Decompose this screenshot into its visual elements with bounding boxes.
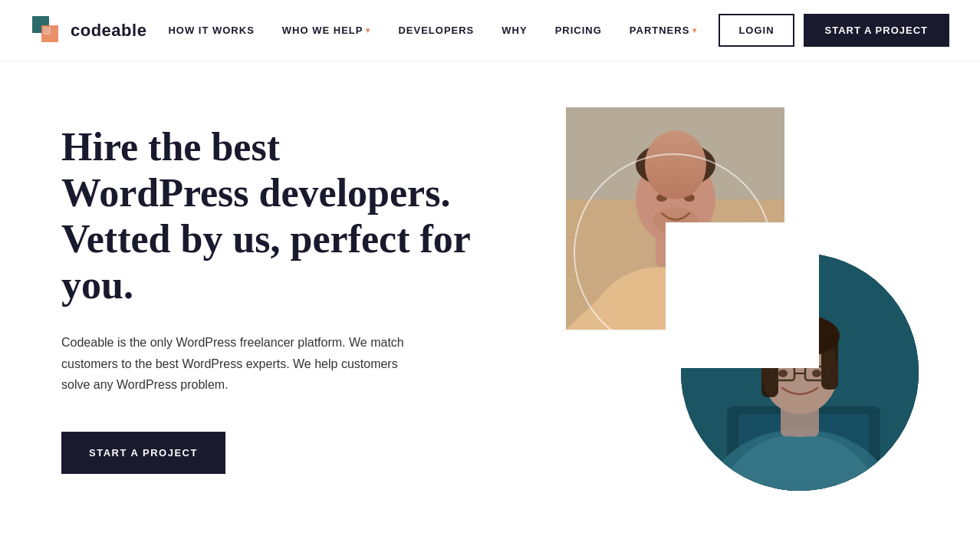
- chevron-down-icon-2: ▾: [692, 26, 697, 35]
- nav-links: HOW IT WORKS WHO WE HELP ▾ DEVELOPERS WH…: [168, 25, 697, 36]
- nav-link-how-it-works[interactable]: HOW IT WORKS: [168, 25, 254, 36]
- hero-section: Hire the best WordPress developers. Vett…: [0, 61, 980, 536]
- nav-item-how-it-works[interactable]: HOW IT WORKS: [168, 25, 254, 36]
- white-rectangle-overlay: [666, 222, 819, 368]
- logo-text: codeable: [71, 21, 146, 41]
- svg-point-25: [778, 370, 788, 377]
- nav-item-partners[interactable]: PARTNERS ▾: [630, 25, 698, 36]
- nav-item-who-we-help[interactable]: WHO WE HELP ▾: [282, 25, 371, 36]
- svg-rect-2: [43, 27, 51, 35]
- decorative-rect-outline: [627, 345, 681, 391]
- hero-subtitle: Codeable is the only WordPress freelance…: [61, 332, 414, 395]
- hero-content: Hire the best WordPress developers. Vett…: [61, 124, 475, 474]
- start-project-hero-button[interactable]: START A PROJECT: [61, 432, 225, 474]
- hero-title: Hire the best WordPress developers. Vett…: [61, 124, 475, 307]
- nav-item-pricing[interactable]: PRICING: [555, 25, 602, 36]
- nav-link-why[interactable]: WHY: [502, 25, 527, 36]
- nav-link-pricing[interactable]: PRICING: [555, 25, 602, 36]
- nav-item-developers[interactable]: DEVELOPERS: [398, 25, 474, 36]
- logo-link[interactable]: codeable: [31, 15, 146, 47]
- nav-item-why[interactable]: WHY: [502, 25, 527, 36]
- chevron-down-icon: ▾: [366, 26, 370, 35]
- svg-rect-21: [821, 336, 838, 390]
- nav-actions: LOGIN START A PROJECT: [719, 14, 949, 47]
- svg-point-26: [812, 370, 821, 377]
- hero-visual: [535, 107, 919, 491]
- navbar: codeable HOW IT WORKS WHO WE HELP ▾ DEVE…: [0, 0, 980, 61]
- logo-icon: [31, 15, 63, 47]
- nav-link-partners[interactable]: PARTNERS ▾: [630, 25, 698, 36]
- login-button[interactable]: LOGIN: [719, 14, 794, 47]
- start-project-nav-button[interactable]: START A PROJECT: [804, 14, 949, 47]
- nav-link-who-we-help[interactable]: WHO WE HELP ▾: [282, 25, 371, 36]
- nav-link-developers[interactable]: DEVELOPERS: [398, 25, 474, 36]
